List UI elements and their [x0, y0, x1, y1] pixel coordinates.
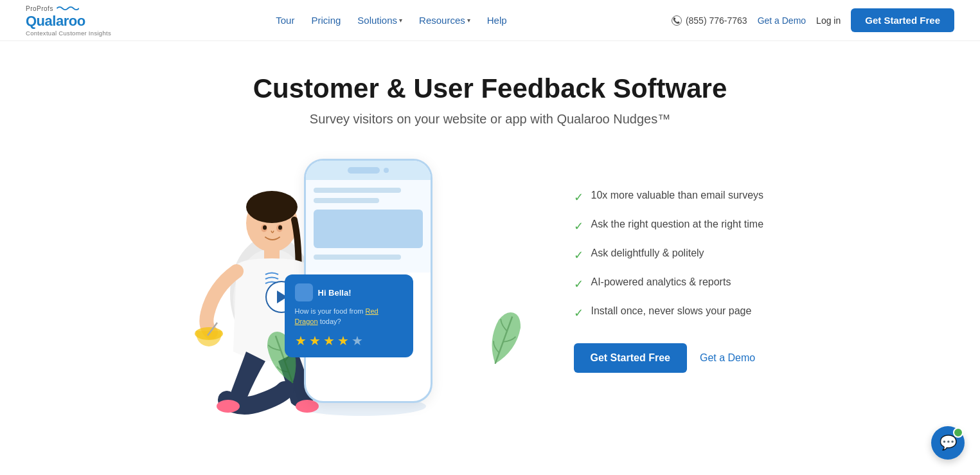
phone-side-btn [431, 225, 432, 244]
star-4: ★ [337, 333, 349, 348]
star-1: ★ [295, 333, 307, 348]
login-link[interactable]: Log in [816, 15, 841, 26]
hero-content: Hi Bella! How is your food from Red Drag… [105, 146, 876, 416]
hero-right: ✓ 10x more valuable than email surveys ✓… [574, 190, 780, 373]
feature-item-1: ✓ 10x more valuable than email surveys [574, 190, 780, 204]
feature-text-1: 10x more valuable than email surveys [591, 190, 764, 201]
phone-notch [348, 167, 380, 174]
svg-point-11 [263, 226, 267, 230]
check-icon-5: ✓ [574, 306, 584, 320]
phone-camera-dot [384, 168, 389, 173]
phone-number: (855) 776-7763 [686, 15, 747, 26]
phone-block [314, 210, 423, 248]
hero-demo-link[interactable]: Get a Demo [700, 352, 755, 364]
hero-subtitle: Survey visitors on your website or app w… [310, 112, 670, 127]
solutions-chevron-icon: ▾ [399, 17, 402, 24]
cta-row: Get Started Free Get a Demo [574, 343, 780, 373]
nav-resources[interactable]: Resources ▾ [413, 11, 477, 30]
check-icon-1: ✓ [574, 190, 584, 204]
feature-text-3: Ask delightfully & politely [591, 247, 704, 259]
svg-point-8 [296, 400, 319, 413]
feature-item-2: ✓ Ask the right question at the right ti… [574, 219, 780, 233]
star-5: ★ [352, 333, 363, 348]
feature-text-4: AI-powered analytics & reports [591, 276, 731, 288]
feature-text-2: Ask the right question at the right time [591, 219, 764, 230]
feature-text-5: Install once, never slows your page [591, 305, 752, 317]
svg-point-7 [217, 400, 240, 413]
stars-row: ★ ★ ★ ★ ★ [295, 333, 403, 348]
hero-cta-button[interactable]: Get Started Free [574, 343, 687, 373]
chat-icon: 💬 [940, 435, 957, 435]
hero-illustration: Hi Bella! How is your food from Red Drag… [201, 146, 535, 416]
logo-wave-icon [56, 4, 79, 13]
feature-item-4: ✓ AI-powered analytics & reports [574, 276, 780, 291]
hero-section: Customer & User Feedback Software Survey… [0, 41, 980, 435]
hero-title: Customer & User Feedback Software [253, 73, 727, 104]
phone-body [306, 180, 431, 273]
phone-top-bar [306, 161, 431, 180]
svg-point-12 [278, 226, 282, 230]
site-header: ProProfs Qualaroo Contextual Customer In… [0, 0, 980, 41]
header-cta-button[interactable]: Get Started Free [851, 8, 954, 32]
nudge-question: How is your food from Red Dragon today? [295, 307, 403, 327]
star-3: ★ [323, 333, 335, 348]
phone-side-btn2 [431, 254, 432, 273]
phone-line-2 [314, 198, 379, 203]
phone-line-1 [314, 188, 401, 193]
nudge-greeting: Hi Bella! [318, 288, 352, 298]
logo-proprofs-text: ProProfs [26, 5, 53, 12]
get-demo-link[interactable]: Get a Demo [758, 15, 806, 26]
nav-solutions[interactable]: Solutions ▾ [351, 11, 409, 30]
nudge-link: Red Dragon [295, 307, 379, 325]
feature-item-3: ✓ Ask delightfully & politely [574, 247, 780, 262]
nav-help[interactable]: Help [481, 11, 513, 30]
feature-item-5: ✓ Install once, never slows your page [574, 305, 780, 320]
nudge-header: Hi Bella! [295, 283, 403, 301]
nudge-avatar [295, 283, 313, 301]
leaf-right-icon [472, 301, 533, 382]
header-right: 📞 (855) 776-7763 Get a Demo Log in Get S… [672, 8, 954, 32]
phone-area: 📞 (855) 776-7763 [672, 15, 747, 26]
feature-list: ✓ 10x more valuable than email surveys ✓… [574, 190, 780, 320]
logo[interactable]: ProProfs Qualaroo Contextual Customer In… [26, 4, 111, 37]
nav-pricing[interactable]: Pricing [305, 11, 347, 30]
logo-name-text: Qualaroo [26, 13, 85, 30]
check-icon-2: ✓ [574, 219, 584, 233]
svg-point-3 [246, 191, 298, 223]
nav-tour[interactable]: Tour [269, 11, 301, 30]
main-nav: Tour Pricing Solutions ▾ Resources ▾ Hel… [269, 11, 513, 30]
logo-tagline-text: Contextual Customer Insights [26, 30, 111, 37]
check-icon-3: ✓ [574, 248, 584, 262]
resources-chevron-icon: ▾ [467, 17, 470, 24]
phone-icon: 📞 [672, 15, 682, 26]
check-icon-4: ✓ [574, 277, 584, 291]
star-2: ★ [309, 333, 321, 348]
survey-nudge: Hi Bella! How is your food from Red Drag… [285, 274, 413, 357]
phone-line-3 [314, 255, 401, 260]
